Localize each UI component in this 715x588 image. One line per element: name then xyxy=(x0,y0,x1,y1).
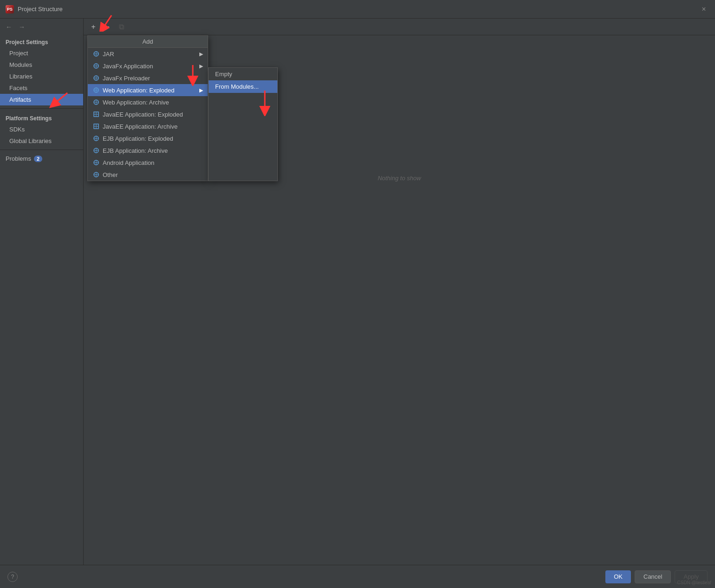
dropdown-item-ejb-archive[interactable]: EJB Application: Archive xyxy=(88,144,208,157)
submenu-item-empty[interactable]: Empty xyxy=(209,68,277,80)
add-dropdown-menu: Add JAR ▶ JavaFx Application ▶ xyxy=(87,35,208,181)
dropdown-item-javaee-archive[interactable]: JavaEE Application: Archive xyxy=(88,120,208,132)
title-bar: PS Project Structure × xyxy=(0,0,715,19)
ok-button[interactable]: OK xyxy=(605,570,631,583)
web-archive-icon xyxy=(92,98,100,106)
dropdown-item-javafx-preloader[interactable]: JavaFx Preloader xyxy=(88,72,208,84)
window-title: Project Structure xyxy=(18,6,698,13)
submenu-item-from-modules[interactable]: From Modules... xyxy=(209,80,277,93)
cancel-button[interactable]: Cancel xyxy=(635,570,671,583)
ejb-archive-icon xyxy=(92,147,100,154)
close-button[interactable]: × xyxy=(698,4,709,15)
android-icon xyxy=(92,159,100,166)
dropdown-item-web-exploded[interactable]: Web Application: Exploded ▶ xyxy=(88,84,208,96)
sidebar-item-global-libraries[interactable]: Global Libraries xyxy=(0,135,83,147)
sidebar-item-modules[interactable]: Modules xyxy=(0,59,83,71)
ejb-exploded-icon xyxy=(92,135,100,142)
javafx-preloader-icon xyxy=(92,74,100,82)
javafx-app-arrow: ▶ xyxy=(199,63,203,69)
content-area: ← → Project Settings Project Modules Lib… xyxy=(0,19,715,565)
app-icon: PS xyxy=(6,5,14,13)
sidebar-item-artifacts[interactable]: Artifacts xyxy=(0,94,83,105)
forward-button[interactable]: → xyxy=(17,22,27,32)
dropdown-container: Add JAR ▶ JavaFx Application ▶ xyxy=(87,35,278,181)
sidebar-item-libraries[interactable]: Libraries xyxy=(0,71,83,82)
sidebar-divider xyxy=(0,108,83,109)
remove-button[interactable]: − xyxy=(101,21,113,33)
dropdown-item-android[interactable]: Android Application xyxy=(88,157,208,169)
bottom-bar: ? OK Cancel Apply xyxy=(0,565,715,588)
jar-arrow: ▶ xyxy=(199,51,203,57)
web-exploded-icon xyxy=(92,86,100,94)
bottom-left: ? xyxy=(7,572,602,582)
javafx-app-icon xyxy=(92,62,100,70)
dropdown-header: Add xyxy=(88,36,208,48)
dropdown-item-jar[interactable]: JAR ▶ xyxy=(88,48,208,60)
toolbar: + − ⧉ xyxy=(84,19,715,35)
project-settings-header: Project Settings xyxy=(0,35,83,47)
sidebar-item-facets[interactable]: Facets xyxy=(0,82,83,94)
dropdown-item-ejb-exploded[interactable]: EJB Application: Exploded xyxy=(88,132,208,144)
watermark: CSDN @testleaf xyxy=(677,580,711,585)
web-exploded-submenu: Empty From Modules... xyxy=(208,67,278,181)
sidebar-divider-2 xyxy=(0,150,83,150)
web-exploded-arrow: ▶ xyxy=(199,87,203,93)
javaee-archive-icon xyxy=(92,123,100,130)
dropdown-item-javaee-exploded[interactable]: JavaEE Application: Exploded xyxy=(88,108,208,120)
sidebar: ← → Project Settings Project Modules Lib… xyxy=(0,19,84,565)
problems-row[interactable]: Problems 2 xyxy=(0,153,83,164)
problems-badge: 2 xyxy=(34,156,42,162)
other-icon xyxy=(92,171,100,178)
javaee-exploded-icon xyxy=(92,111,100,118)
back-button[interactable]: ← xyxy=(4,22,14,32)
add-button[interactable]: + xyxy=(87,21,99,33)
platform-settings-header: Platform Settings xyxy=(0,111,83,124)
sidebar-item-project[interactable]: Project xyxy=(0,47,83,59)
dropdown-item-web-archive[interactable]: Web Application: Archive xyxy=(88,96,208,108)
jar-icon xyxy=(92,50,100,58)
main-panel: + − ⧉ Add JAR ▶ xyxy=(84,19,715,565)
project-structure-window: PS Project Structure × ← → Project Setti… xyxy=(0,0,715,588)
problems-label: Problems xyxy=(6,155,31,162)
help-button[interactable]: ? xyxy=(7,572,18,582)
copy-button[interactable]: ⧉ xyxy=(115,21,127,33)
dropdown-item-other[interactable]: Other xyxy=(88,169,208,181)
sidebar-item-sdks[interactable]: SDKs xyxy=(0,124,83,135)
nav-bar: ← → xyxy=(0,19,83,35)
dropdown-item-javafx-app[interactable]: JavaFx Application ▶ xyxy=(88,60,208,72)
